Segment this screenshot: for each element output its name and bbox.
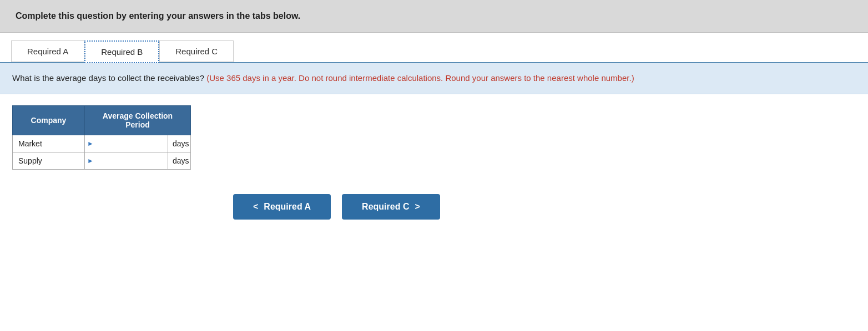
question-area: What is the average days to collect the … bbox=[0, 63, 868, 94]
tab-required-b[interactable]: Required B bbox=[84, 40, 159, 63]
company-name-market: Market bbox=[13, 135, 85, 152]
forward-chevron: > bbox=[415, 202, 420, 212]
tabs-container: Required A Required B Required C bbox=[0, 33, 868, 63]
table-row: Market ► days bbox=[13, 135, 191, 152]
question-red-text: (Use 365 days in a year. Do not round in… bbox=[204, 73, 634, 83]
company-name-supply: Supply bbox=[13, 152, 85, 169]
market-triangle-icon: ► bbox=[85, 140, 96, 147]
back-button[interactable]: < Required A bbox=[233, 194, 331, 220]
question-black-text: What is the average days to collect the … bbox=[12, 73, 204, 83]
tab-required-a[interactable]: Required A bbox=[11, 40, 84, 62]
supply-input-cell: ► days bbox=[85, 152, 191, 169]
back-label: Required A bbox=[264, 202, 311, 212]
back-chevron: < bbox=[253, 202, 258, 212]
tab-required-c[interactable]: Required C bbox=[159, 40, 234, 62]
forward-button[interactable]: Required C > bbox=[342, 194, 440, 220]
data-table: Company Average Collection Period Market… bbox=[12, 105, 191, 170]
banner-text: Complete this question by entering your … bbox=[16, 11, 300, 21]
top-banner: Complete this question by entering your … bbox=[0, 0, 868, 33]
market-days-input[interactable] bbox=[96, 135, 168, 152]
nav-buttons-area: < Required A Required C > bbox=[0, 181, 868, 233]
company-header: Company bbox=[13, 105, 85, 135]
supply-days-input[interactable] bbox=[96, 152, 168, 169]
market-input-cell: ► days bbox=[85, 135, 191, 152]
forward-label: Required C bbox=[362, 202, 409, 212]
supply-days-label: days bbox=[168, 156, 194, 165]
supply-triangle-icon: ► bbox=[85, 157, 96, 165]
market-days-label: days bbox=[168, 139, 194, 148]
table-row: Supply ► days bbox=[13, 152, 191, 169]
table-area: Company Average Collection Period Market… bbox=[0, 94, 868, 181]
period-header: Average Collection Period bbox=[85, 105, 191, 135]
